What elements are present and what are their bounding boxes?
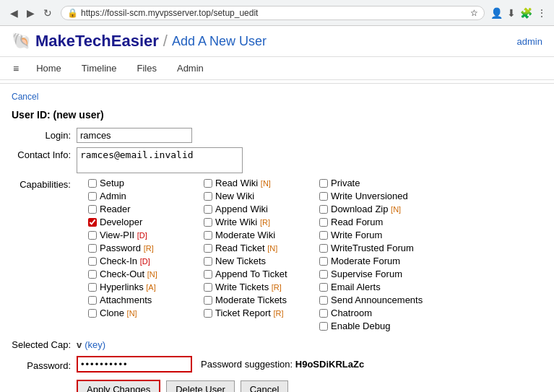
contact-row: Contact Info: ramces@email.invalid [12, 147, 542, 173]
capabilities-col1: Setup Admin Reader Developer View-PII [D… [77, 178, 178, 334]
cap-clone-checkbox[interactable] [88, 309, 97, 318]
star-icon: ☆ [470, 8, 478, 18]
cap-viewpii-checkbox[interactable] [88, 231, 97, 240]
address-bar[interactable]: 🔒 https://fossil-scm.myvpsserver.top/set… [61, 6, 485, 20]
cap-readticket-checkbox[interactable] [204, 244, 212, 253]
site-logo: 🐚 [12, 32, 31, 51]
cap-ticketreport-checkbox[interactable] [204, 309, 212, 318]
cap-checkout-checkbox[interactable] [88, 270, 97, 279]
cap-admin: Admin [88, 191, 178, 201]
cap-enabledebug-checkbox[interactable] [319, 322, 328, 331]
cap-writetickets-checkbox[interactable] [204, 283, 212, 292]
cap-writewiki: Write Wiki [R] [204, 217, 293, 227]
cap-writeunversioned: Write Unversioned [319, 191, 423, 201]
cap-chatroom: Chatroom [319, 308, 423, 318]
delete-user-button[interactable]: Delete User [166, 380, 235, 392]
browser-action-buttons: 👤 ⬇ 🧩 ⋮ [490, 7, 547, 19]
cap-developer-checkbox[interactable] [88, 218, 97, 227]
selected-cap-label: Selected Cap: [12, 339, 77, 350]
cap-sendannouncements-checkbox[interactable] [319, 296, 328, 305]
refresh-button[interactable]: ↻ [40, 6, 55, 20]
cap-moderatetickets-checkbox[interactable] [204, 296, 212, 305]
nav-bar: ≡ Home Timeline Files Admin [0, 57, 554, 80]
cap-moderatewiki-checkbox[interactable] [204, 231, 212, 240]
cap-clone: Clone [N] [88, 308, 178, 318]
lock-icon: 🔒 [67, 8, 78, 18]
nav-timeline[interactable]: Timeline [72, 58, 127, 78]
password-suggestion-text: Password suggestion: H9oSDiKRLaZc [201, 359, 364, 370]
login-input[interactable] [77, 128, 192, 143]
cap-writetrustedforum: WriteTrusted Forum [319, 243, 423, 253]
cap-readwiki-checkbox[interactable] [204, 179, 212, 188]
cap-appendticket: Append To Ticket [204, 269, 293, 279]
cap-superviseforum-checkbox[interactable] [319, 270, 328, 279]
cap-hyperlinks-checkbox[interactable] [88, 283, 97, 292]
cap-downloadzip: Download Zip [N] [319, 204, 423, 214]
forward-button[interactable]: ▶ [24, 6, 38, 20]
cancel-button[interactable]: Cancel [241, 380, 288, 392]
cap-private: Private [319, 178, 423, 188]
menu-icon: ⋮ [537, 7, 547, 19]
apply-changes-button[interactable]: Apply Changes [77, 380, 160, 392]
cap-checkin: Check-In [D] [88, 256, 178, 266]
capabilities-col2: Read Wiki [N] New Wiki Append Wiki Write… [192, 178, 293, 334]
cap-appendwiki-checkbox[interactable] [204, 205, 212, 214]
nav-files[interactable]: Files [127, 58, 167, 78]
cap-private-checkbox[interactable] [319, 179, 328, 188]
cap-superviseforum: Supervise Forum [319, 269, 423, 279]
cap-attachments-checkbox[interactable] [88, 296, 97, 305]
cap-checkin-checkbox[interactable] [88, 257, 97, 266]
cap-newwiki: New Wiki [204, 191, 293, 201]
cap-moderatewiki: Moderate Wiki [204, 230, 293, 240]
cap-appendticket-checkbox[interactable] [204, 270, 212, 279]
admin-link[interactable]: admin [517, 36, 542, 47]
password-suggestion-value: H9oSDiKRLaZc [295, 359, 364, 370]
page-subtitle: Add A New User [172, 34, 267, 49]
page-content: Cancel User ID: (new user) Login: Contac… [0, 87, 554, 392]
capabilities-label: Capabilities: [12, 178, 77, 190]
cap-moderateforum: Moderate Forum [319, 256, 423, 266]
profile-icon: 👤 [490, 7, 503, 19]
key-link[interactable]: (key) [85, 339, 105, 350]
cap-viewpii: View-PII [D] [88, 230, 178, 240]
cap-admin-checkbox[interactable] [88, 192, 97, 201]
back-button[interactable]: ◀ [7, 6, 21, 20]
cap-newtickets-checkbox[interactable] [204, 257, 212, 266]
cap-downloadzip-checkbox[interactable] [319, 205, 328, 214]
cap-writeforum-checkbox[interactable] [319, 231, 328, 240]
cap-moderateforum-checkbox[interactable] [319, 257, 328, 266]
contact-label: Contact Info: [12, 147, 77, 160]
hamburger-menu[interactable]: ≡ [6, 60, 26, 77]
title-separator: / [163, 32, 168, 51]
cap-newwiki-checkbox[interactable] [204, 192, 212, 201]
login-label: Login: [12, 128, 77, 141]
cap-writeforum: Write Forum [319, 230, 423, 240]
nav-admin[interactable]: Admin [167, 58, 214, 78]
cap-enabledebug: Enable Debug [319, 321, 423, 331]
password-label: Password: [12, 358, 77, 371]
cap-readforum-checkbox[interactable] [319, 218, 328, 227]
cap-moderatetickets: Moderate Tickets [204, 295, 293, 305]
password-input[interactable] [77, 356, 192, 373]
cap-readticket: Read Ticket [N] [204, 243, 293, 253]
cap-password-checkbox[interactable] [88, 244, 97, 253]
browser-chrome: ◀ ▶ ↻ 🔒 https://fossil-scm.myvpsserver.t… [0, 0, 554, 26]
capabilities-col3: Private Write Unversioned Download Zip [… [308, 178, 423, 334]
cap-emailalerts-checkbox[interactable] [319, 283, 328, 292]
cap-writetrustedforum-checkbox[interactable] [319, 244, 328, 253]
download-icon: ⬇ [507, 7, 516, 19]
cap-readwiki: Read Wiki [N] [204, 178, 293, 188]
cap-setup-checkbox[interactable] [88, 179, 97, 188]
cap-password: Password [R] [88, 243, 178, 253]
contact-input[interactable]: ramces@email.invalid [77, 147, 243, 173]
nav-home[interactable]: Home [26, 58, 72, 78]
url-text: https://fossil-scm.myvpsserver.top/setup… [81, 8, 467, 18]
browser-nav: ◀ ▶ ↻ [7, 6, 55, 20]
cap-writewiki-checkbox[interactable] [204, 218, 212, 227]
cap-writeunversioned-checkbox[interactable] [319, 192, 328, 201]
cap-developer: Developer [88, 217, 178, 227]
top-cancel-link[interactable]: Cancel [12, 92, 38, 102]
capabilities-columns: Setup Admin Reader Developer View-PII [D… [77, 178, 542, 334]
cap-chatroom-checkbox[interactable] [319, 309, 328, 318]
cap-reader-checkbox[interactable] [88, 205, 97, 214]
